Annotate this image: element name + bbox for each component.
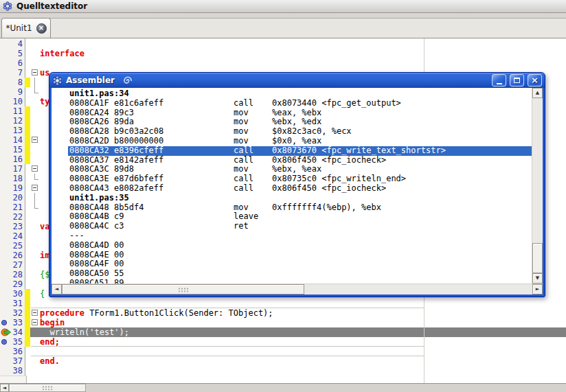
line-number[interactable]: 12 (0, 116, 25, 126)
window-titlebar[interactable]: Quelltexteditor (0, 0, 566, 13)
line-number[interactable]: 19 (0, 183, 25, 193)
line-number[interactable]: 27 (0, 260, 25, 270)
fold-toggle-icon[interactable] (32, 165, 38, 172)
vscroll-thumb[interactable] (532, 243, 543, 273)
asm-row[interactable]: 0808CA3C 89d8mov%ebx, %eax (52, 165, 532, 174)
debug-dot-icon[interactable] (1, 319, 8, 326)
line-number[interactable]: 25 (0, 241, 25, 251)
line-number[interactable]: 9 (0, 87, 25, 97)
asm-row[interactable]: 0808CA1F e81c6afeffcall0x8073440 <fpc_ge… (52, 99, 532, 108)
editor-line-6[interactable]: 6 (0, 58, 566, 68)
asm-row[interactable]: 0808CA24 89c3mov%eax, %ebx (52, 108, 532, 118)
asm-row[interactable]: --- (52, 231, 532, 241)
asm-row[interactable]: 0808CA3E e87d6bfeffcall0x80735c0 <fpc_wr… (52, 174, 532, 184)
line-number[interactable]: 28 (0, 270, 25, 279)
hscroll-thumb[interactable] (62, 284, 304, 295)
disassembly-list[interactable]: unit1.pas:340808CA1F e81c6afeffcall0x807… (52, 88, 532, 284)
line-number[interactable]: 14 (0, 135, 25, 145)
line-number[interactable]: 20 (0, 193, 25, 203)
line-number[interactable]: 37 (0, 356, 25, 366)
assembler-horizontal-scrollbar[interactable]: ◄ ► (52, 284, 543, 295)
debug-dot-icon[interactable] (1, 338, 8, 345)
asm-source-header[interactable]: unit1.pas:35 (52, 194, 532, 203)
hscroll-thumb[interactable] (9, 384, 86, 392)
code-text[interactable] (30, 299, 566, 308)
line-number[interactable]: 36 (0, 347, 25, 356)
line-number[interactable]: 32 (0, 308, 25, 318)
line-number[interactable]: 31 (0, 299, 25, 308)
minimize-button[interactable] (492, 74, 506, 87)
code-text[interactable]: end. (30, 356, 566, 366)
scroll-up-icon[interactable]: ▲ (532, 88, 543, 98)
asm-row[interactable]: 0808CA4E 00 (52, 251, 532, 260)
asm-row[interactable]: 0808CA26 89damov%ebx, %edx (52, 117, 532, 127)
asm-row[interactable]: 0808CA4B c9leave (52, 212, 532, 222)
line-number[interactable]: 38 (0, 366, 25, 376)
hscroll-track[interactable] (304, 284, 532, 295)
maximize-button[interactable] (510, 74, 524, 87)
editor-line-5[interactable]: 5interface (0, 49, 566, 58)
line-number[interactable]: 22 (0, 212, 25, 222)
scroll-right-icon[interactable]: ► (532, 284, 543, 295)
line-number[interactable]: 16 (0, 154, 25, 164)
line-number[interactable]: 10 (0, 97, 25, 106)
line-number[interactable]: 13 (0, 126, 25, 135)
asm-row[interactable]: 0808CA51 89 (52, 279, 532, 284)
code-text[interactable]: end; (30, 337, 566, 347)
line-number[interactable]: 21 (0, 203, 25, 212)
editor-line-32[interactable]: 32procedure TForm1.Button1Click(Sender: … (0, 308, 566, 318)
breakpoint-exec-arrow-icon[interactable] (1, 327, 12, 337)
close-button[interactable]: × (528, 74, 542, 87)
editor-horizontal-scrollbar[interactable]: ◄ (0, 383, 566, 392)
asm-row[interactable]: 0808CA37 e8142afeffcall0x806f450 <fpc_io… (52, 156, 532, 165)
asm-row[interactable]: 0808CA4D 00 (52, 241, 532, 251)
fold-toggle-icon[interactable] (32, 310, 38, 316)
scroll-down-icon[interactable]: ▼ (532, 273, 543, 284)
asm-row[interactable]: 0808CA32 e8396cfeffcall0x8073670 <fpc_wr… (52, 146, 532, 156)
fold-toggle-icon[interactable] (32, 319, 38, 325)
line-number[interactable]: 17 (0, 164, 25, 174)
assembler-titlebar[interactable]: Assembler × (49, 73, 545, 88)
asm-source-header[interactable]: unit1.pas:34 (52, 89, 532, 99)
asm-row[interactable]: 0808CA43 e8082afeffcall0x806f450 <fpc_io… (52, 184, 532, 194)
line-number[interactable]: 26 (0, 251, 25, 260)
asm-row[interactable]: 0808CA28 b9c03a2c08mov$0x82c3ac0, %ecx (52, 127, 532, 137)
scroll-left-icon[interactable]: ◄ (52, 284, 62, 295)
editor-line-37[interactable]: 37end. (0, 356, 566, 366)
line-number[interactable]: 33 (0, 318, 25, 327)
fold-toggle-icon[interactable] (32, 137, 38, 143)
asm-row[interactable]: 0808CA50 55 (52, 269, 532, 279)
editor-line-38[interactable]: 38 (0, 366, 566, 376)
tab-unit1[interactable]: *Unit1 × (1, 18, 51, 38)
code-text[interactable]: interface (30, 49, 566, 58)
line-number[interactable]: 11 (0, 106, 25, 116)
line-number[interactable]: 7 (0, 68, 25, 78)
editor-line-33[interactable]: 33begin (0, 318, 566, 327)
editor-line-31[interactable]: 31 (0, 299, 566, 308)
fold-toggle-icon[interactable] (32, 185, 38, 191)
asm-row[interactable]: 0808CA48 8b5df4mov0xfffffff4(%ebp), %ebx (52, 203, 532, 213)
editor-line-4[interactable]: 4 (0, 39, 566, 49)
assembler-vertical-scrollbar[interactable]: ▲ ▼ (532, 88, 543, 284)
line-number[interactable]: 30 (0, 289, 25, 299)
code-text[interactable]: begin (30, 318, 566, 327)
asm-row[interactable]: 0808CA2D b800000000mov$0x0, %eax (52, 137, 532, 146)
line-number[interactable]: 5 (0, 49, 25, 58)
line-number[interactable]: 34 (0, 327, 25, 337)
line-number[interactable]: 6 (0, 58, 25, 68)
line-number[interactable]: 15 (0, 145, 25, 154)
line-number[interactable]: 29 (0, 279, 25, 289)
line-number[interactable]: 35 (0, 337, 25, 347)
editor-line-34[interactable]: 34 writeln('test'); (0, 327, 566, 337)
fold-toggle-icon[interactable] (32, 69, 38, 76)
editor-line-36[interactable]: 36 (0, 347, 566, 356)
line-number[interactable]: 4 (0, 39, 25, 49)
code-text[interactable]: writeln('test'); (30, 327, 566, 337)
line-number[interactable]: 24 (0, 231, 25, 241)
assembler-window[interactable]: Assembler × unit1.pas:340808CA1F e81c6af… (49, 72, 545, 297)
asm-row[interactable]: 0808CA4F 00 (52, 260, 532, 269)
asm-row[interactable]: 0808CA4C c3ret (52, 222, 532, 231)
code-text[interactable] (30, 366, 566, 376)
line-number[interactable]: 23 (0, 222, 25, 231)
code-text[interactable] (30, 347, 566, 356)
